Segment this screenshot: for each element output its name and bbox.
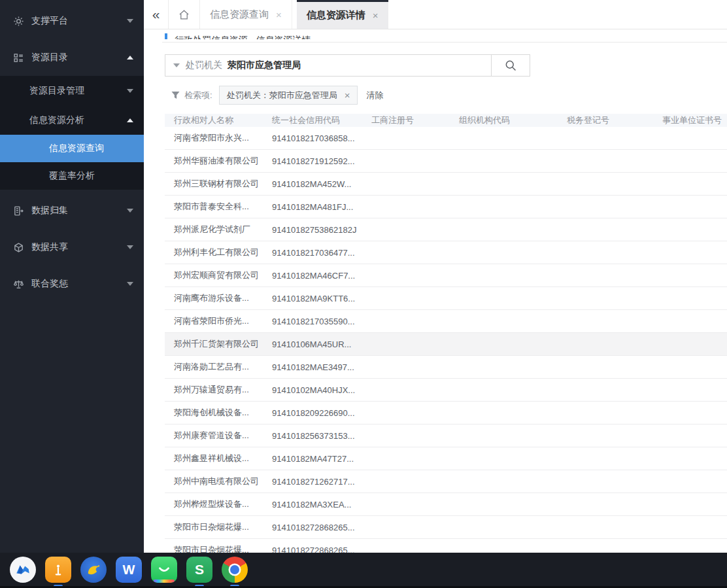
application-window: 支撑平台 资源目录 资源目录管理 信息资源分析 信息资 <box>0 0 727 588</box>
sidebar-item-info-query[interactable]: 信息资源查询 <box>0 135 144 162</box>
sidebar-item-joint-reward[interactable]: 联合奖惩 <box>0 266 144 302</box>
sidebar-item-platform[interactable]: 支撑平台 <box>0 3 144 39</box>
cell-name: 郑州桦煜型煤设备... <box>165 498 263 510</box>
sidebar-item-label: 数据归集 <box>31 205 68 216</box>
table-row[interactable]: 荥阳海创机械设备... 9141018209226690... <box>165 402 727 424</box>
cell-name: 郑州三联钢材有限公司 <box>165 178 263 190</box>
cell-name: 河南省荥阳市永兴... <box>165 132 263 144</box>
table-row[interactable]: 郑州利丰化工有限公司 9141018217036477... <box>165 241 727 264</box>
sidebar-item-label: 数据共享 <box>31 241 68 253</box>
sidebar-item-catalog[interactable]: 资源目录 <box>0 39 144 76</box>
chevron-down-icon <box>127 282 133 286</box>
table-row[interactable]: 郑州宏顺商贸有限公司 91410182MA46CF7... <box>165 264 727 287</box>
table-header: 行政相对人名称 统一社会信用代码 工商注册号 组织机构代码 税务登记号 事业单位… <box>165 114 727 127</box>
cell-name: 河南洛勋工艺品有... <box>165 361 263 373</box>
clipped-page-title: 行政处罚信息资源 - 信息资源详情 <box>165 30 727 39</box>
chip-close-icon[interactable]: × <box>345 90 350 101</box>
cell-name: 郑州康赛管道设备... <box>165 430 263 441</box>
sidebar-collapse-button[interactable]: « <box>144 0 169 29</box>
orange-app-icon[interactable] <box>45 557 71 583</box>
search-input[interactable]: 处罚机关 荥阳市应急管理局 <box>165 54 492 77</box>
tab-info-detail[interactable]: 信息资源详情 × <box>297 0 388 29</box>
home-tab-button[interactable] <box>169 0 200 29</box>
close-icon[interactable]: × <box>373 10 379 21</box>
table-row[interactable]: 郑州万辕通贸易有... 91410102MA40HJX... <box>165 379 727 402</box>
sidebar-item-label: 支撑平台 <box>31 15 68 27</box>
column-header: 组织机构代码 <box>450 114 558 126</box>
column-header: 工商注册号 <box>362 114 450 126</box>
chrome-icon[interactable] <box>222 557 248 583</box>
chevron-down-icon <box>127 89 133 93</box>
table-row[interactable]: 河南省荥阳市永兴... 9141018217036858... <box>165 127 727 150</box>
table-row[interactable]: 郑州鑫昱祥机械设... 91410182MA47T27... <box>165 447 727 470</box>
cell-code: 9141018271262717... <box>263 477 362 487</box>
close-icon[interactable]: × <box>276 9 282 20</box>
tab-label: 信息资源详情 <box>307 9 365 22</box>
tab-bar: « 信息资源查询 × 信息资源详情 × <box>144 0 727 29</box>
table-row[interactable]: 河南鹰布游乐设备... 91410182MA9KTT6... <box>165 287 727 310</box>
cell-name: 郑州中南电缆有限公司 <box>165 476 263 487</box>
table-row[interactable]: 河南省荥阳市侨光... 9141018217035590... <box>165 310 727 333</box>
sidebar: 支撑平台 资源目录 资源目录管理 信息资源分析 信息资 <box>0 0 144 553</box>
table-row-highlighted[interactable]: 郑州千汇货架有限公司 91410106MA45UR... <box>165 333 727 356</box>
data-collect-icon <box>13 205 24 216</box>
taskbar-dock: W S <box>0 553 727 588</box>
tab-info-query[interactable]: 信息资源查询 × <box>200 0 292 29</box>
gear-icon <box>13 16 24 27</box>
clear-filters-link[interactable]: 清除 <box>366 90 383 101</box>
running-indicator <box>230 585 239 587</box>
sidebar-item-info-analysis[interactable]: 信息资源分析 <box>0 105 144 135</box>
column-header: 税务登记号 <box>558 114 653 126</box>
sidebar-item-coverage[interactable]: 覆盖率分析 <box>0 162 144 190</box>
cell-code: 91410182MA3XEA... <box>263 500 362 510</box>
cell-code: 9141018217036477... <box>263 248 362 258</box>
table-row[interactable]: 河南洛勋工艺品有... 91410182MAE3497... <box>165 356 727 379</box>
search-button[interactable] <box>491 54 530 77</box>
cell-name: 郑州千汇货架有限公司 <box>165 338 263 350</box>
app-store-icon[interactable] <box>151 557 177 583</box>
s-app-icon[interactable]: S <box>186 557 212 583</box>
table-row[interactable]: 郑州中南电缆有限公司 9141018271262717... <box>165 470 727 493</box>
cell-name: 河南鹰布游乐设备... <box>165 292 263 304</box>
wps-letter: W <box>123 562 135 578</box>
cell-code: 91410182753862182J <box>263 225 362 235</box>
launcher-icon[interactable] <box>10 557 36 583</box>
cell-code: 91410182MA46CF7... <box>263 271 362 281</box>
table-row[interactable]: 荥阳市日杂烟花爆... 9141018272868265... <box>165 516 727 539</box>
catalog-icon <box>13 52 24 63</box>
chevron-down-icon <box>127 19 133 23</box>
cell-name: 荥阳市普泰安全科... <box>165 201 263 213</box>
running-indicator <box>195 585 204 587</box>
cell-name: 郑州利丰化工有限公司 <box>165 247 263 258</box>
sidebar-item-label: 资源目录管理 <box>29 85 84 97</box>
cell-name: 郑州派尼化学试剂厂 <box>165 224 263 235</box>
table-row[interactable]: 郑州康赛管道设备... 9141018256373153... <box>165 424 727 447</box>
cell-name: 荥阳市日杂烟花爆... <box>165 521 263 533</box>
cell-code: 91410182MAE3497... <box>263 362 362 372</box>
browser-leopard-icon[interactable] <box>80 557 107 583</box>
table-row[interactable]: 郑州三联钢材有限公司 91410182MA452W... <box>165 173 727 196</box>
table-row[interactable]: 荥阳市普泰安全科... 91410182MA481FJ... <box>165 196 727 218</box>
cell-name: 荥阳海创机械设备... <box>165 407 263 419</box>
table-row[interactable]: 郑州桦煜型煤设备... 91410182MA3XEA... <box>165 493 727 516</box>
cell-code: 91410102MA40HJX... <box>263 385 362 395</box>
scales-icon <box>13 279 24 290</box>
filter-label: 检索项: <box>184 90 212 101</box>
sidebar-item-label: 资源目录 <box>31 52 68 63</box>
cell-code: 91410182MA47T27... <box>263 454 362 464</box>
sidebar-item-label: 信息资源分析 <box>29 114 84 126</box>
sidebar-item-catalog-mgmt[interactable]: 资源目录管理 <box>0 76 144 105</box>
table-row[interactable]: 郑州华丽油漆有限公司 9141018271912592... <box>165 150 727 173</box>
cell-code: 9141018209226690... <box>263 408 362 418</box>
wps-writer-icon[interactable]: W <box>116 557 142 583</box>
chevron-down-icon <box>127 209 133 213</box>
cell-code: 9141018217036858... <box>263 133 362 143</box>
main-panel: « 信息资源查询 × 信息资源详情 × 行政处罚信息资源 - 信息资源详情 <box>144 0 727 553</box>
results-table: 行政相对人名称 统一社会信用代码 工商注册号 组织机构代码 税务登记号 事业单位… <box>165 114 727 566</box>
table-row[interactable]: 郑州派尼化学试剂厂 91410182753862182J <box>165 218 727 241</box>
home-icon <box>178 9 190 21</box>
store-rainbow-strip <box>154 579 175 583</box>
chevron-down-icon <box>173 63 180 67</box>
sidebar-item-data-share[interactable]: 数据共享 <box>0 229 144 266</box>
sidebar-item-data-collect[interactable]: 数据归集 <box>0 192 144 229</box>
